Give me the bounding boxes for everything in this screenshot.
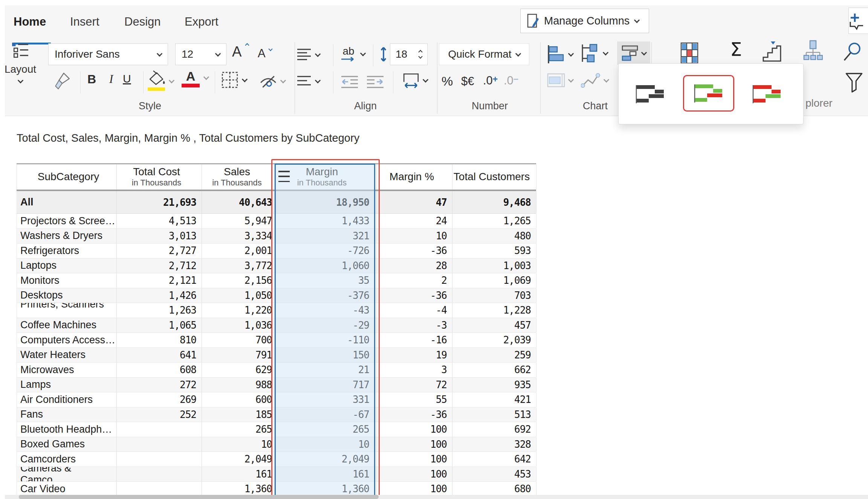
column-width-icon [402, 72, 420, 88]
table-header: SubCategory Total Cost in Thousands Sale… [17, 164, 536, 190]
vertical-align-button[interactable] [297, 75, 320, 87]
table-row[interactable]: Projectors & Scree…4,5135,9471,433241,26… [17, 214, 536, 229]
table-row[interactable]: All21,69340,64318,950479,468 [17, 191, 536, 214]
filter-button[interactable] [845, 72, 863, 95]
chevron-down-icon [17, 78, 23, 84]
column-header-subcategory[interactable]: SubCategory [17, 164, 117, 190]
manage-columns-button[interactable]: Manage Columns [520, 9, 649, 33]
waterfall-variance-button[interactable] [617, 41, 650, 65]
row-height-stepper[interactable]: 18 [390, 43, 428, 65]
italic-button[interactable]: I [109, 72, 113, 86]
decrease-decimal-button[interactable]: .0− [504, 74, 518, 87]
table-row[interactable]: Coffee Machines1,0651,036-29-3457 [17, 318, 536, 333]
table-row[interactable]: Monitors2,1212,1563521,069 [17, 273, 536, 288]
table-row[interactable]: Boxed Games1010100328 [17, 437, 536, 452]
table-row[interactable]: Camcorders2,0492,049100642 [17, 452, 536, 467]
bar-chart-button[interactable] [547, 44, 573, 64]
table-row[interactable]: Lamps27298871772935 [17, 378, 536, 393]
horizontal-scrollbar-thumb[interactable] [19, 495, 379, 499]
explorer-button[interactable] [803, 40, 823, 65]
table-row[interactable]: Fans252185-67-36513 [17, 407, 536, 422]
tab-design[interactable]: Design [124, 15, 161, 29]
hide-values-button[interactable] [259, 73, 285, 89]
horizontal-align-button[interactable] [297, 48, 320, 61]
font-size-select[interactable]: 12 [175, 43, 226, 65]
column-header-sales[interactable]: Sales in Thousands [202, 164, 275, 190]
percent-format-button[interactable]: % [442, 74, 453, 89]
table-row[interactable]: Computers Access…810700-110-162,039 [17, 333, 536, 348]
table-row[interactable]: Cameras & Camco…161161100453 [17, 467, 536, 482]
indent-button[interactable] [366, 75, 384, 90]
cell: 10 [202, 437, 275, 452]
cell: 265 [202, 422, 275, 437]
column-header-total-customers[interactable]: Total Customers [452, 164, 536, 190]
group-separator [437, 42, 437, 114]
font-color-button[interactable]: A [182, 69, 208, 87]
column-menu-icon[interactable] [278, 171, 290, 182]
table-row[interactable]: Refrigerators2,7272,001-726-36593 [17, 243, 536, 259]
table-row[interactable]: Washers & Dryers3,0133,33432110480 [17, 229, 536, 244]
tab-export[interactable]: Export [185, 15, 219, 29]
table-row[interactable]: Desktops1,4261,050-376-36703 [17, 288, 536, 303]
waterfall-style-neutral[interactable] [625, 76, 676, 112]
search-button[interactable] [843, 41, 862, 65]
font-name-select[interactable]: Inforiver Sans [48, 43, 168, 65]
cell: 717 [275, 378, 377, 392]
outdent-icon [341, 75, 359, 89]
borders-button[interactable] [222, 72, 247, 88]
waterfall-style-green-red[interactable] [683, 75, 734, 112]
format-painter-icon [53, 72, 71, 90]
cell: 3 [377, 363, 452, 377]
table-row[interactable]: Water Heaters64179115019259 [17, 348, 536, 363]
fill-color-button[interactable] [147, 70, 174, 91]
separator [393, 72, 393, 93]
tab-home[interactable]: Home [14, 15, 46, 29]
format-painter-button[interactable] [53, 72, 71, 92]
tab-insert[interactable]: Insert [70, 15, 99, 29]
data-bars-button[interactable] [547, 73, 573, 87]
header-sublabel: in Thousands [132, 178, 182, 188]
bold-button[interactable]: B [87, 72, 96, 86]
table-row[interactable]: Bluetooth Headph…265265100692 [17, 422, 536, 437]
cell: 2,039 [452, 333, 536, 347]
add-measure-button[interactable] [848, 8, 868, 34]
data-bars-icon [547, 73, 565, 87]
semantic-grid-button[interactable] [680, 42, 698, 66]
column-header-total-cost[interactable]: Total Cost in Thousands [117, 164, 202, 190]
quick-format-button[interactable]: Quick Format [439, 43, 529, 65]
cell: 1,228 [452, 303, 536, 318]
caret-down-icon[interactable] [418, 54, 422, 58]
cell: 608 [117, 363, 202, 377]
grow-font-button[interactable]: A [232, 44, 241, 60]
header-label: Margin % [390, 171, 434, 183]
sigma-total-button[interactable]: Σ [730, 38, 742, 60]
row-label: Monitors [17, 273, 117, 288]
table-row[interactable]: Air Conditioners26960033155421 [17, 392, 536, 407]
step-chart-button[interactable] [762, 41, 782, 64]
layout-button[interactable]: Layout [6, 42, 35, 95]
caret-up-icon[interactable] [418, 50, 422, 54]
column-width-button[interactable] [402, 72, 428, 88]
column-header-margin-pct[interactable]: Margin % [377, 164, 452, 190]
sparkline-button[interactable] [581, 72, 608, 89]
hierarchy-chart-button[interactable] [580, 43, 608, 63]
chevron-down-icon [242, 76, 248, 82]
table-row[interactable]: Printers, Scanners …1,2631,220-43-41,228 [17, 303, 536, 318]
waterfall-style-red-green[interactable] [741, 76, 793, 112]
table-row[interactable]: Microwaves608629213662 [17, 363, 536, 378]
wrap-text-button[interactable]: ab [341, 46, 365, 62]
wrap-text-icon: ab [341, 46, 356, 62]
chevron-down-icon [515, 51, 521, 57]
column-header-margin[interactable]: Margin in Thousands [275, 164, 377, 190]
cell: 1,263 [117, 303, 202, 318]
cell: 680 [452, 482, 536, 496]
increase-decimal-button[interactable]: .0+ [483, 74, 498, 87]
chevron-down-icon [641, 49, 647, 55]
step-chart-icon [762, 41, 782, 63]
table-row[interactable]: Car Video1,3601,360100680 [17, 482, 536, 497]
underline-button[interactable]: U [123, 72, 131, 85]
currency-format-button[interactable]: $€ [461, 75, 474, 88]
outdent-button[interactable] [341, 75, 359, 90]
shrink-font-button[interactable]: A [258, 47, 266, 60]
table-row[interactable]: Laptops2,7123,7721,060281,003 [17, 259, 536, 274]
